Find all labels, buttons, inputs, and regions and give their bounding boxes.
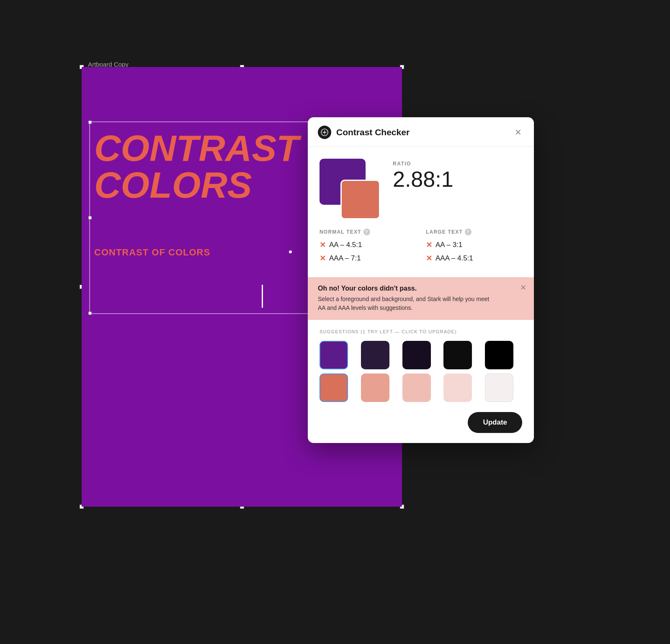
aaa-large-text: AAA – 4.5:1 <box>436 254 473 263</box>
aa-large-text: AA – 3:1 <box>436 241 462 249</box>
ratio-section: RATIO 2.88:1 <box>393 159 454 190</box>
aaa-normal-fail-icon: ✕ <box>320 254 326 263</box>
contrast-checker-panel: Contrast Checker ✕ RATIO 2.88:1 NORMAL T… <box>308 117 534 443</box>
aa-large-fail-icon: ✕ <box>426 240 432 250</box>
artboard-title-text: CONTRAST COLORS <box>94 130 299 204</box>
aa-large-row: ✕ AA – 3:1 <box>426 240 522 250</box>
criteria-section: NORMAL TEXT ? ✕ AA – 4.5:1 ✕ AAA – 7:1 L… <box>308 229 534 277</box>
normal-text-column: NORMAL TEXT ? ✕ AA – 4.5:1 ✕ AAA – 7:1 <box>320 229 416 267</box>
normal-text-help-icon[interactable]: ? <box>363 229 370 235</box>
warning-close-button[interactable]: ✕ <box>520 283 526 292</box>
aaa-large-row: ✕ AAA – 4.5:1 <box>426 254 522 263</box>
foreground-swatch[interactable] <box>340 180 380 219</box>
suggestion-swatch-1-1[interactable] <box>361 374 389 402</box>
update-button[interactable]: Update <box>468 412 522 433</box>
cursor-line <box>262 285 263 308</box>
artboard-subtitle-text: CONTRAST OF COLORS <box>94 247 210 258</box>
stark-logo-icon <box>321 129 328 136</box>
panel-header-left: Contrast Checker <box>318 126 410 139</box>
large-text-label: LARGE TEXT ? <box>426 229 522 235</box>
warning-banner: ✕ Oh no! Your colors didn't pass. Select… <box>308 277 534 320</box>
normal-text-label: NORMAL TEXT ? <box>320 229 416 235</box>
panel-close-button[interactable]: ✕ <box>512 126 524 138</box>
ratio-value: 2.88:1 <box>393 168 454 190</box>
suggestion-swatch-0-4[interactable] <box>485 341 513 369</box>
suggestions-section: SUGGESTIONS (1 TRY LEFT — CLICK TO UPGRA… <box>308 320 534 443</box>
suggestion-swatch-0-2[interactable] <box>402 341 431 369</box>
suggestion-swatch-1-4[interactable] <box>485 374 513 402</box>
suggestion-swatch-0-1[interactable] <box>361 341 389 369</box>
panel-header: Contrast Checker ✕ <box>308 117 534 147</box>
swatch-stack <box>320 159 380 219</box>
suggestion-swatch-0-0[interactable] <box>320 341 348 369</box>
aa-normal-text: AA – 4.5:1 <box>329 241 362 249</box>
aaa-normal-row: ✕ AAA – 7:1 <box>320 254 416 263</box>
swatches-ratio-section: RATIO 2.88:1 <box>308 147 534 229</box>
suggestions-grid <box>320 341 522 402</box>
warning-body: Select a foreground and background, and … <box>318 295 494 312</box>
suggestion-swatch-0-3[interactable] <box>443 341 472 369</box>
ratio-label: RATIO <box>393 161 454 167</box>
inner-handle-ml[interactable] <box>88 216 92 219</box>
suggestions-label: SUGGESTIONS (1 TRY LEFT — CLICK TO UPGRA… <box>320 329 522 334</box>
suggestion-swatch-1-2[interactable] <box>402 374 431 402</box>
aa-normal-row: ✕ AA – 4.5:1 <box>320 240 416 250</box>
aa-normal-fail-icon: ✕ <box>320 240 326 250</box>
large-text-column: LARGE TEXT ? ✕ AA – 3:1 ✕ AAA – 4.5:1 <box>426 229 522 267</box>
aaa-large-fail-icon: ✕ <box>426 254 432 263</box>
stark-logo <box>318 126 331 139</box>
panel-title: Contrast Checker <box>336 127 410 137</box>
suggestion-swatch-1-3[interactable] <box>443 374 472 402</box>
inner-handle-bl[interactable] <box>88 312 92 315</box>
aaa-normal-text: AAA – 7:1 <box>329 254 361 263</box>
large-text-help-icon[interactable]: ? <box>465 229 472 235</box>
cursor-dot <box>289 250 292 253</box>
suggestion-swatch-1-0[interactable] <box>320 374 348 402</box>
inner-handle-tl[interactable] <box>88 121 92 124</box>
warning-title: Oh no! Your colors didn't pass. <box>318 285 524 292</box>
